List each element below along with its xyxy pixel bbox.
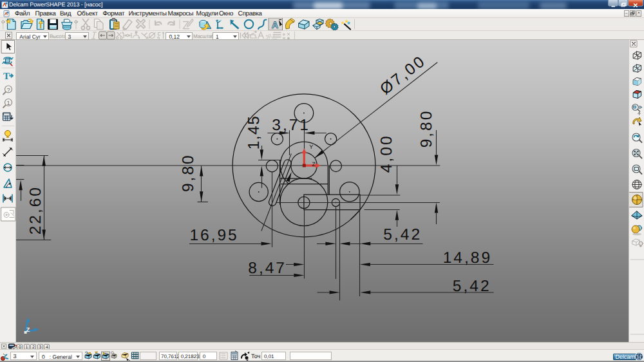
svg-text:5,42: 5,42 <box>453 278 491 295</box>
svg-text:Z: Z <box>26 327 30 333</box>
svg-text:T: T <box>3 71 10 82</box>
svg-text:-0.2: -0.2 <box>265 35 274 40</box>
svg-text:?: ? <box>6 87 10 93</box>
svg-text:Z: Z <box>312 161 316 167</box>
svg-text:9,80: 9,80 <box>418 110 435 148</box>
svg-text:A: A <box>272 20 279 31</box>
svg-text:9,80: 9,80 <box>180 153 197 192</box>
svg-text:8,47: 8,47 <box>248 260 287 277</box>
svg-text:4,00: 4,00 <box>378 134 395 173</box>
svg-text:16,95: 16,95 <box>189 227 238 244</box>
svg-text:5,42: 5,42 <box>383 226 422 243</box>
svg-text:Y: Y <box>309 144 313 150</box>
svg-text:1,45: 1,45 <box>245 115 263 150</box>
svg-text:14,89: 14,89 <box>443 249 492 267</box>
svg-text:22,60: 22,60 <box>27 186 44 234</box>
svg-text:3,71: 3,71 <box>272 117 310 134</box>
svg-text:1: 1 <box>6 100 10 106</box>
